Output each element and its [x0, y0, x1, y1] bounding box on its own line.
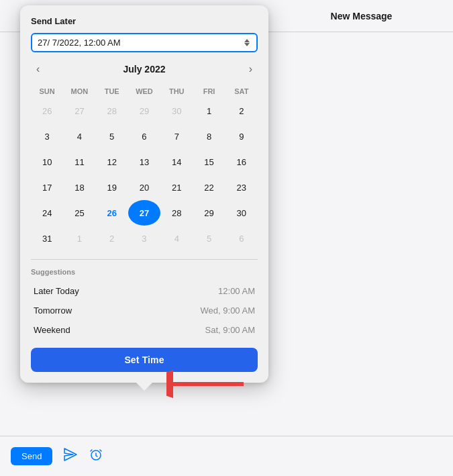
calendar-day[interactable]: 5 — [96, 124, 128, 149]
datetime-input-row[interactable] — [31, 33, 258, 52]
calendar-day[interactable]: 26 — [96, 200, 128, 226]
calendar-day[interactable]: 10 — [31, 149, 63, 175]
calendar-month-year: July 2022 — [123, 64, 165, 75]
calendar-day[interactable]: 30 — [225, 200, 258, 226]
calendar-day[interactable]: 5 — [193, 226, 225, 251]
calendar-day[interactable]: 1 — [193, 98, 225, 124]
prev-month-button[interactable]: ‹ — [31, 62, 45, 77]
calendar-day[interactable]: 11 — [63, 149, 95, 175]
calendar-week-3: 17181920212223 — [31, 175, 258, 200]
suggestion-item-2[interactable]: WeekendSat, 9:00 AM — [31, 320, 258, 340]
calendar-day[interactable]: 6 — [225, 226, 258, 251]
calendar-day[interactable]: 2 — [96, 226, 128, 251]
calendar-day[interactable]: 8 — [193, 124, 225, 149]
calendar-day[interactable]: 13 — [128, 149, 160, 175]
datetime-stepper[interactable] — [243, 39, 251, 46]
send-later-popup: Send Later ‹ July 2022 › SUN MON — [20, 5, 268, 383]
calendar-day[interactable]: 27 — [63, 98, 95, 124]
divider — [31, 259, 258, 260]
suggestion-item-1[interactable]: TomorrowWed, 9:00 AM — [31, 301, 258, 320]
calendar-grid: SUN MON TUE WED THU FRI SAT 262728293012… — [31, 85, 258, 251]
calendar-day[interactable]: 24 — [31, 200, 63, 226]
calendar-day[interactable]: 28 — [96, 98, 128, 124]
suggestion-time-0: 12:00 AM — [218, 286, 255, 296]
calendar-day[interactable]: 12 — [96, 149, 128, 175]
day-header-fri: FRI — [193, 85, 225, 98]
calendar-header-row: SUN MON TUE WED THU FRI SAT — [31, 85, 258, 98]
calendar-day[interactable]: 23 — [225, 175, 258, 200]
day-header-tue: TUE — [96, 85, 128, 98]
calendar-body: 2627282930123456789101112131415161718192… — [31, 98, 258, 251]
calendar-day[interactable]: 6 — [128, 124, 160, 149]
suggestion-label-2: Weekend — [34, 325, 70, 335]
calendar-week-5: 31123456 — [31, 226, 258, 251]
calendar-day[interactable]: 29 — [128, 98, 160, 124]
calendar-day[interactable]: 7 — [160, 124, 193, 149]
popup-title: Send Later — [31, 16, 258, 26]
calendar-week-2: 10111213141516 — [31, 149, 258, 175]
day-header-sat: SAT — [225, 85, 258, 98]
calendar-day[interactable]: 31 — [31, 226, 63, 251]
calendar-day[interactable]: 19 — [96, 175, 128, 200]
calendar-day[interactable]: 3 — [128, 226, 160, 251]
suggestion-time-2: Sat, 9:00 AM — [205, 325, 255, 335]
calendar-header: SUN MON TUE WED THU FRI SAT — [31, 85, 258, 98]
calendar-week-4: 24252627282930 — [31, 200, 258, 226]
set-time-button[interactable]: Set Time — [31, 348, 258, 372]
calendar-nav: ‹ July 2022 › — [31, 62, 258, 77]
calendar-day[interactable]: 20 — [128, 175, 160, 200]
stepper-up-icon — [244, 39, 250, 42]
calendar-day[interactable]: 14 — [160, 149, 193, 175]
email-title: New Message — [270, 11, 453, 21]
day-header-sun: SUN — [31, 85, 63, 98]
calendar-day[interactable]: 4 — [63, 124, 95, 149]
calendar-day[interactable]: 22 — [193, 175, 225, 200]
next-month-button[interactable]: › — [244, 62, 258, 77]
calendar: ‹ July 2022 › SUN MON TUE WED THU FRI SA… — [31, 62, 258, 251]
day-header-thu: THU — [160, 85, 193, 98]
suggestions-title: Suggestions — [31, 268, 258, 276]
suggestion-label-1: Tomorrow — [34, 305, 72, 316]
calendar-day[interactable]: 28 — [160, 200, 193, 226]
suggestion-time-1: Wed, 9:00 AM — [201, 305, 255, 316]
calendar-day[interactable]: 30 — [160, 98, 193, 124]
suggestions-list: Later Today12:00 AMTomorrowWed, 9:00 AMW… — [31, 281, 258, 340]
calendar-day[interactable]: 15 — [193, 149, 225, 175]
email-footer: Send — [0, 436, 453, 476]
stepper-down-icon — [244, 43, 250, 46]
alarm-icon[interactable] — [89, 447, 103, 465]
day-header-wed: WED — [128, 85, 160, 98]
calendar-day[interactable]: 29 — [193, 200, 225, 226]
calendar-day[interactable]: 17 — [31, 175, 63, 200]
day-header-mon: MON — [63, 85, 95, 98]
send-later-icon[interactable] — [63, 447, 78, 465]
datetime-input[interactable] — [38, 38, 243, 48]
calendar-week-1: 3456789 — [31, 124, 258, 149]
calendar-day[interactable]: 25 — [63, 200, 95, 226]
calendar-day[interactable]: 4 — [160, 226, 193, 251]
suggestion-label-0: Later Today — [34, 286, 79, 296]
calendar-day[interactable]: 2 — [225, 98, 258, 124]
calendar-day[interactable]: 3 — [31, 124, 63, 149]
calendar-day[interactable]: 9 — [225, 124, 258, 149]
send-button[interactable]: Send — [11, 447, 52, 465]
calendar-day[interactable]: 27 — [128, 200, 160, 226]
calendar-day[interactable]: 1 — [63, 226, 95, 251]
calendar-day[interactable]: 18 — [63, 175, 95, 200]
calendar-week-0: 262728293012 — [31, 98, 258, 124]
calendar-day[interactable]: 26 — [31, 98, 63, 124]
calendar-day[interactable]: 16 — [225, 149, 258, 175]
calendar-day[interactable]: 21 — [160, 175, 193, 200]
suggestion-item-0[interactable]: Later Today12:00 AM — [31, 281, 258, 301]
